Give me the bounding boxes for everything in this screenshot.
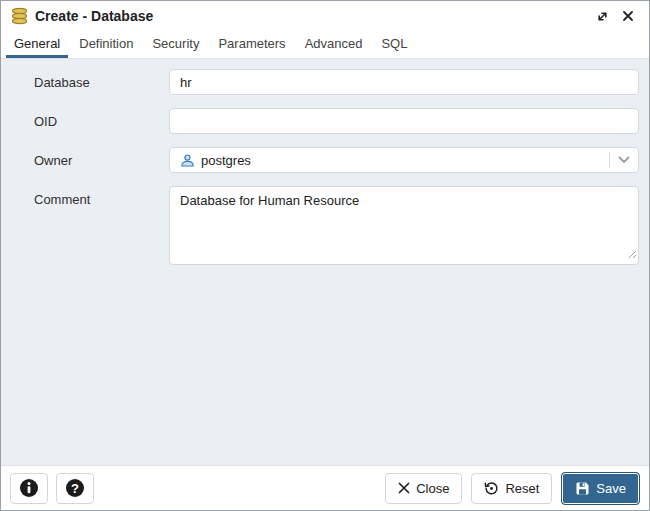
oid-input[interactable] xyxy=(169,108,639,134)
tab-sql[interactable]: SQL xyxy=(373,31,415,58)
save-button-label: Save xyxy=(596,481,626,496)
dialog-tabs: General Definition Security Parameters A… xyxy=(1,31,649,59)
oid-field-row: OID xyxy=(1,108,639,134)
title-bar: Create - Database xyxy=(1,1,649,31)
tab-general[interactable]: General xyxy=(6,31,68,58)
tab-definition[interactable]: Definition xyxy=(71,31,141,58)
user-icon xyxy=(180,153,195,168)
comment-field-row: Comment Database for Human Resource xyxy=(1,186,639,265)
reset-button-label: Reset xyxy=(505,481,539,496)
database-input[interactable] xyxy=(169,69,639,95)
owner-select[interactable]: postgres xyxy=(169,147,639,173)
info-icon xyxy=(19,478,39,498)
svg-text:?: ? xyxy=(71,481,79,496)
tab-advanced[interactable]: Advanced xyxy=(297,31,371,58)
tab-parameters[interactable]: Parameters xyxy=(210,31,293,58)
database-field-row: Database xyxy=(1,69,639,95)
close-button[interactable]: Close xyxy=(385,473,462,504)
chevron-down-icon[interactable] xyxy=(610,156,638,164)
help-icon: ? xyxy=(65,478,85,498)
database-label: Database xyxy=(1,69,169,90)
reset-button[interactable]: Reset xyxy=(471,473,552,504)
reset-icon xyxy=(484,481,499,496)
close-x-icon xyxy=(398,482,410,494)
owner-field-row: Owner postgres xyxy=(1,147,639,173)
dialog-title: Create - Database xyxy=(35,8,587,24)
save-button[interactable]: Save xyxy=(561,472,640,505)
maximize-icon[interactable] xyxy=(591,5,613,27)
comment-textarea[interactable]: Database for Human Resource xyxy=(169,186,639,265)
owner-selected-value: postgres xyxy=(201,153,251,168)
tab-security[interactable]: Security xyxy=(144,31,207,58)
database-icon xyxy=(11,7,28,25)
info-button[interactable] xyxy=(10,473,48,504)
comment-label: Comment xyxy=(1,186,169,207)
close-button-label: Close xyxy=(416,481,449,496)
dialog-footer: ? Close xyxy=(1,465,649,510)
save-icon xyxy=(575,481,590,496)
help-button[interactable]: ? xyxy=(56,473,94,504)
create-database-dialog: Create - Database General Definition Sec… xyxy=(0,0,650,511)
owner-label: Owner xyxy=(1,147,169,168)
oid-label: OID xyxy=(1,108,169,129)
general-tab-panel: Database OID Owner xyxy=(1,59,649,465)
close-icon[interactable] xyxy=(617,5,639,27)
